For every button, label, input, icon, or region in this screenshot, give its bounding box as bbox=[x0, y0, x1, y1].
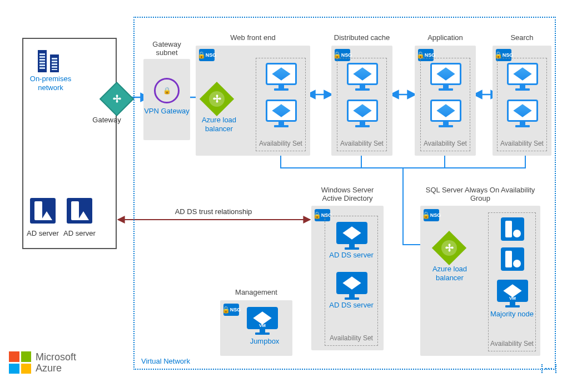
adds-title: Windows Server Active Directory bbox=[311, 186, 384, 202]
adds-server-label-1: AD DS server bbox=[325, 251, 377, 260]
availability-set-label: Availability Set bbox=[421, 137, 470, 151]
virtual-network-label: Virtual Network bbox=[141, 357, 190, 365]
sql-db-icon bbox=[501, 217, 524, 241]
vm-icon bbox=[507, 100, 538, 127]
search-tier-box: Search 🔒NSG Availability Set bbox=[493, 46, 551, 156]
availability-set-label: Availability Set bbox=[337, 137, 386, 151]
app-tier-title: Application bbox=[415, 33, 476, 42]
gateway-icon: ✢ bbox=[100, 82, 134, 116]
availability-set-label: Availability Set bbox=[489, 338, 535, 351]
vm-icon bbox=[430, 100, 461, 127]
gateway-subnet-title: Gateway subnet bbox=[143, 40, 190, 57]
app-tier-box: Application 🔒NSG Availability Set bbox=[415, 46, 476, 156]
ad-server-icon bbox=[30, 198, 56, 224]
vm-icon bbox=[430, 63, 461, 91]
sql-db-icon bbox=[501, 247, 524, 271]
availability-set-label: Availability Set bbox=[325, 332, 377, 345]
expand-icon: ··· bbox=[541, 364, 556, 373]
cache-availability-set: Availability Set bbox=[337, 58, 387, 151]
adds-trust-label: AD DS trust relationship bbox=[163, 207, 263, 216]
ad-server-label-2: AD server bbox=[63, 229, 96, 238]
web-tier-title: Web front end bbox=[196, 33, 310, 42]
vm-icon bbox=[266, 100, 297, 127]
sql-lb-label: Azure load balancer bbox=[425, 265, 475, 282]
vm-icon: VM bbox=[497, 280, 528, 307]
app-availability-set: Availability Set bbox=[420, 58, 470, 151]
search-tier-title: Search bbox=[493, 33, 551, 42]
web-lb-label: Azure load balancer bbox=[196, 116, 242, 133]
sql-title: SQL Server Always On Availability Group bbox=[420, 186, 540, 202]
vpn-gateway-icon: 🔒 bbox=[154, 78, 180, 103]
vm-icon bbox=[347, 63, 378, 91]
search-availability-set: Availability Set bbox=[497, 58, 547, 151]
majority-node-label: Majority node bbox=[489, 310, 535, 319]
buildings-icon bbox=[36, 47, 61, 72]
vm-icon bbox=[266, 63, 297, 91]
jumpbox-label: Jumpbox bbox=[237, 337, 292, 346]
azure-load-balancer-icon: ✢ bbox=[200, 82, 234, 116]
microsoft-logo-icon bbox=[9, 351, 31, 374]
vm-icon bbox=[347, 100, 378, 127]
cache-tier-title: Distributed cache bbox=[331, 33, 392, 42]
logo-text-line2: Azure bbox=[36, 363, 62, 374]
adds-server-label-2: AD DS server bbox=[325, 301, 377, 310]
management-tier-box: Management 🔒NSG VM Jumpbox bbox=[220, 300, 292, 356]
onprem-title: On-premises network bbox=[27, 75, 74, 92]
availability-set-label: Availability Set bbox=[498, 137, 546, 151]
onprem-network-box: On-premises network ✢ Gateway AD server … bbox=[22, 38, 117, 249]
ad-server-icon bbox=[67, 198, 92, 224]
web-availability-set: Availability Set bbox=[256, 58, 306, 151]
availability-set-label: Availability Set bbox=[256, 137, 305, 151]
vm-icon bbox=[336, 222, 367, 250]
nsg-badge: 🔒NSG bbox=[223, 304, 239, 316]
gateway-label: Gateway bbox=[90, 116, 123, 125]
adds-availability-set: AD DS server AD DS server Availability S… bbox=[325, 216, 378, 346]
azure-load-balancer-icon: ✢ bbox=[432, 231, 466, 265]
vpn-gateway-label: VPN Gateway bbox=[143, 107, 190, 116]
nsg-badge: 🔒NSG bbox=[424, 209, 439, 221]
web-tier-box: Web front end 🔒NSG ✢ Azure load balancer… bbox=[196, 46, 310, 156]
vm-icon bbox=[336, 272, 367, 300]
vm-icon: VM bbox=[247, 307, 278, 335]
logo-text-line1: Microsoft bbox=[36, 351, 76, 363]
adds-tier-box: Windows Server Active Directory 🔒NSG AD … bbox=[311, 206, 384, 350]
nsg-badge: 🔒NSG bbox=[199, 49, 215, 61]
gateway-subnet-box: Gateway subnet 🔒 VPN Gateway bbox=[143, 59, 190, 140]
sql-tier-box: SQL Server Always On Availability Group … bbox=[420, 206, 540, 356]
sql-availability-set: VM Majority node Availability Set bbox=[488, 212, 536, 351]
management-title: Management bbox=[220, 288, 292, 296]
vm-icon bbox=[507, 63, 538, 91]
ad-server-label-1: AD server bbox=[27, 229, 59, 238]
cache-tier-box: Distributed cache 🔒NSG Availability Set bbox=[331, 46, 392, 156]
